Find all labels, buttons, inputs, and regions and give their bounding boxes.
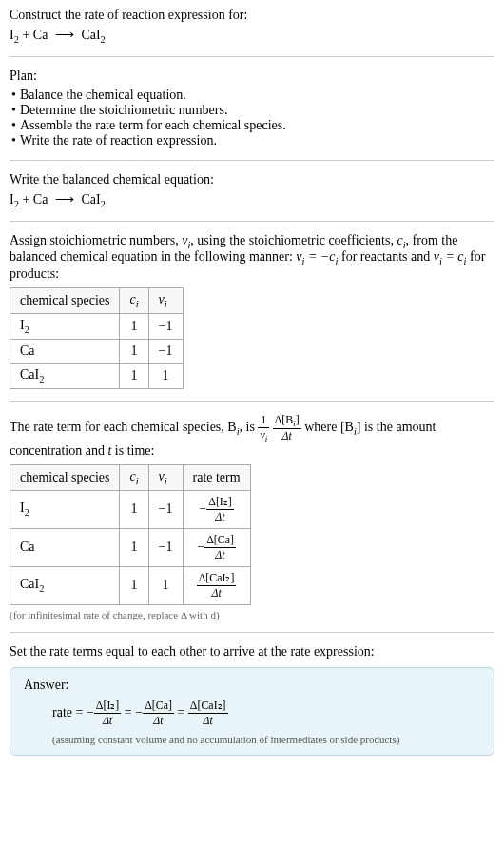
final-section: Set the rate terms equal to each other t… [10, 644, 494, 756]
cell-rate: −Δ[I₂]Δt [183, 490, 250, 528]
rateterm-section: The rate term for each chemical species,… [10, 413, 494, 633]
plan-title: Plan: [10, 69, 494, 84]
text: for reactants and [338, 249, 433, 264]
cell-ci: 1 [120, 313, 148, 339]
answer-box: Answer: rate = −Δ[I₂]Δt = −Δ[Ca]Δt = Δ[C… [10, 667, 494, 756]
answer-note: (assuming constant volume and no accumul… [24, 734, 480, 745]
header-ci: ci [120, 464, 148, 490]
cell-ci: 1 [120, 490, 148, 528]
text: is time: [111, 443, 154, 458]
plan-item: •Balance the chemical equation. [10, 88, 494, 103]
cell-species: CaI2 [10, 566, 120, 604]
plan-list: •Balance the chemical equation. •Determi… [10, 88, 494, 148]
table-row: I2 1 −1 −Δ[I₂]Δt [10, 490, 251, 528]
plan-text: Determine the stoichiometric numbers. [20, 103, 228, 117]
eq2: νi = ci [434, 249, 467, 264]
rate-label: rate = [52, 704, 87, 718]
text: The rate term for each chemical species,… [10, 420, 237, 434]
eq1: νi = −ci [296, 249, 338, 264]
prompt-equation: I2 + Ca ⟶ CaI2 [10, 27, 494, 45]
equals: = [121, 704, 135, 718]
header-nui: νi [148, 288, 183, 314]
plan-text: Write the rate of reaction expression. [20, 133, 217, 148]
cell-nui: −1 [148, 528, 183, 566]
text: , is [240, 420, 259, 434]
products: CaI2 [81, 28, 105, 42]
cell-species: I2 [10, 313, 120, 339]
cell-nui: 1 [148, 566, 183, 604]
cell-nui: −1 [148, 490, 183, 528]
answer-title: Answer: [24, 678, 480, 693]
text: where [B [301, 420, 354, 434]
rateterm-note: (for infinitesimal rate of change, repla… [10, 609, 494, 620]
frac-delta-b: Δ[Bi]Δt [273, 413, 301, 443]
cell-species: I2 [10, 490, 120, 528]
table-header-row: chemical species ci νi [10, 288, 184, 314]
table-row: CaI2 1 1 Δ[CaI₂]Δt [10, 566, 251, 604]
stoich-section: Assign stoichiometric numbers, νi, using… [10, 233, 494, 402]
bullet-icon: • [11, 88, 16, 102]
neg: − [87, 704, 94, 718]
text: , using the stoichiometric coefficients, [190, 233, 397, 247]
bullet-icon: • [11, 133, 16, 148]
stoich-intro: Assign stoichiometric numbers, νi, using… [10, 233, 494, 283]
c-var: ci [397, 233, 405, 247]
plan-text: Assemble the rate term for each chemical… [20, 118, 286, 132]
header-species: chemical species [10, 288, 120, 314]
table-row: I2 1 −1 [10, 313, 184, 339]
header-species: chemical species [10, 464, 120, 490]
text: Assign stoichiometric numbers, [10, 233, 182, 247]
cell-ci: 1 [120, 566, 148, 604]
table-row: Ca 1 −1 −Δ[Ca]Δt [10, 528, 251, 566]
header-nui: νi [148, 464, 183, 490]
bullet-icon: • [11, 103, 16, 117]
bullet-icon: • [11, 118, 16, 132]
cell-species: Ca [10, 528, 120, 566]
cell-ci: 1 [120, 363, 148, 388]
prompt-section: Construct the rate of reaction expressio… [10, 8, 494, 57]
answer-expression: rate = −Δ[I₂]Δt = −Δ[Ca]Δt = Δ[CaI₂]Δt [24, 699, 480, 728]
frac3: Δ[CaI₂]Δt [188, 699, 228, 728]
stoich-table: chemical species ci νi I2 1 −1 Ca 1 −1 C… [10, 287, 184, 388]
products: CaI2 [81, 192, 105, 207]
reactants: I2 + Ca [10, 192, 48, 207]
cell-ci: 1 [120, 528, 148, 566]
cell-nui: −1 [148, 313, 183, 339]
rateterm-intro: The rate term for each chemical species,… [10, 413, 494, 459]
cell-nui: −1 [148, 339, 183, 363]
reactants: I2 + Ca [10, 28, 48, 42]
cell-rate: −Δ[Ca]Δt [183, 528, 250, 566]
plan-section: Plan: •Balance the chemical equation. •D… [10, 69, 494, 161]
header-ci: ci [120, 288, 148, 314]
balanced-equation: I2 + Ca ⟶ CaI2 [10, 191, 494, 209]
balanced-title: Write the balanced chemical equation: [10, 172, 494, 187]
table-row: CaI2 1 1 [10, 363, 184, 388]
arrow-icon: ⟶ [55, 192, 74, 207]
frac-one-over-nu: 1νi [258, 413, 269, 443]
neg: − [135, 704, 143, 718]
plan-text: Balance the chemical equation. [20, 88, 186, 102]
prompt-title: Construct the rate of reaction expressio… [10, 8, 494, 23]
frac1: Δ[I₂]Δt [94, 699, 122, 728]
cell-ci: 1 [120, 339, 148, 363]
rateterm-table: chemical species ci νi rate term I2 1 −1… [10, 464, 251, 605]
table-row: Ca 1 −1 [10, 339, 184, 363]
table-header-row: chemical species ci νi rate term [10, 464, 251, 490]
equals: = [174, 704, 188, 718]
cell-species: CaI2 [10, 363, 120, 388]
nu-var: νi [182, 233, 190, 247]
plan-item: •Assemble the rate term for each chemica… [10, 118, 494, 133]
cell-species: Ca [10, 339, 120, 363]
final-title: Set the rate terms equal to each other t… [10, 644, 494, 659]
cell-nui: 1 [148, 363, 183, 388]
arrow-icon: ⟶ [55, 28, 74, 42]
header-rate: rate term [183, 464, 250, 490]
plan-item: •Determine the stoichiometric numbers. [10, 103, 494, 118]
frac2: Δ[Ca]Δt [143, 699, 174, 728]
balanced-section: Write the balanced chemical equation: I2… [10, 172, 494, 222]
plan-item: •Write the rate of reaction expression. [10, 133, 494, 148]
cell-rate: Δ[CaI₂]Δt [183, 566, 250, 604]
